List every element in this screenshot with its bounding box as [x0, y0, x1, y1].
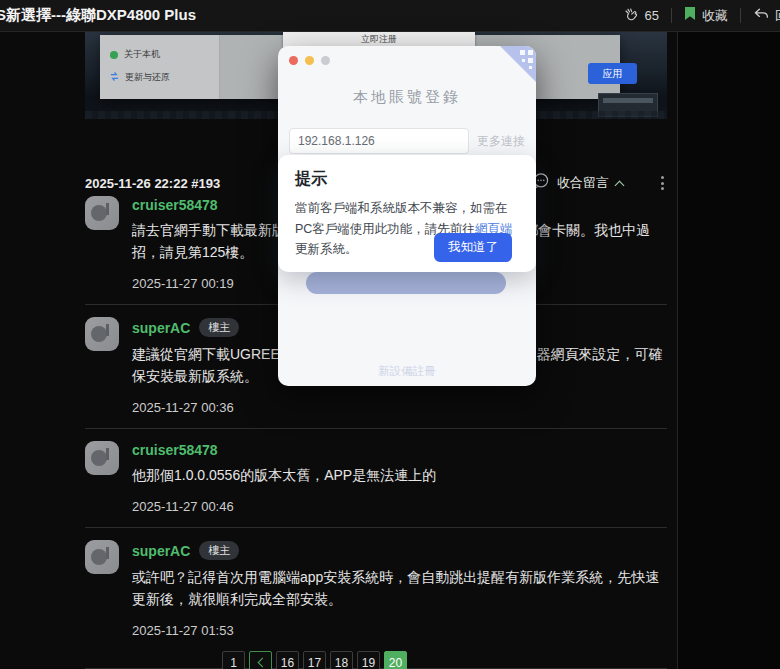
device-register-link[interactable]: 新設備註冊 [278, 364, 536, 379]
avatar[interactable] [85, 317, 119, 351]
avatar[interactable] [85, 196, 119, 230]
ip-row: 192.168.1.126 更多連接 [289, 128, 525, 154]
top-bar: S新選擇---綠聯DXP4800 Plus 65 收藏 [0, 0, 780, 32]
comment-timestamp: 2025-11-27 01:53 [132, 623, 667, 638]
comment-row: superAC 樓主 或許吧？記得首次用電腦端app安裝系統時，會自動跳出提醒有… [85, 540, 667, 669]
comment-timestamp: 2025-11-27 00:46 [132, 499, 667, 514]
comment-text: 他那個1.0.0.0556的版本太舊，APP是無法連上的 [132, 464, 667, 486]
clap-icon [623, 6, 639, 25]
right-rail [678, 32, 780, 669]
bookmark-button[interactable]: 收藏 [684, 7, 728, 25]
pagination-page-20-active[interactable]: 20 [384, 651, 407, 669]
comments-actions: 收合留言 [532, 172, 667, 194]
sidebar-item-label: 更新与还原 [125, 71, 170, 84]
content-divider-line [677, 32, 678, 669]
thread-title: S新選擇---綠聯DXP4800 Plus [0, 6, 623, 25]
window-controls [289, 56, 330, 65]
topbar-actions: 65 收藏 回 [623, 6, 780, 25]
comment-row: cruiser58478 他那個1.0.0.0556的版本太舊，APP是無法連上… [85, 441, 667, 528]
sidebar-item-update: 更新与还原 [100, 66, 219, 89]
more-connections-link[interactable]: 更多連接 [477, 133, 525, 150]
comment-username[interactable]: superAC [132, 543, 190, 559]
sidebar-item-about: 关于本机 [100, 43, 219, 66]
more-options-button[interactable] [658, 173, 667, 193]
reply-label: 回 [775, 7, 780, 25]
zoom-window-icon[interactable] [321, 56, 330, 65]
login-title: 本地賬號登錄 [278, 88, 536, 107]
qr-login-corner-icon[interactable] [500, 46, 536, 86]
chevron-left-icon [257, 658, 267, 668]
reply-icon [753, 7, 769, 24]
bookmark-label: 收藏 [702, 7, 728, 25]
comment-username[interactable]: superAC [132, 320, 190, 336]
alert-dialog: 提示 當前客戶端和系統版本不兼容，如需在PC客戶端使用此功能，請先前往網頁端更新… [278, 155, 536, 272]
comment-text: 或許吧？記得首次用電腦端app安裝系統時，會自動跳出提醒有新版作業系統，先快速更… [132, 566, 667, 610]
pagination-page-16[interactable]: 16 [276, 651, 299, 669]
post-timestamp: 2025-11-26 22:22 #193 [85, 176, 220, 191]
comment-username[interactable]: cruiser58478 [132, 197, 218, 213]
update-restore-icon [110, 72, 119, 83]
sidebar-item-label: 关于本机 [124, 48, 160, 61]
bookmark-icon [684, 7, 696, 24]
screenshot-sidebar: 关于本机 更新与还原 [100, 35, 220, 99]
pagination-page-1[interactable]: 1 [222, 651, 245, 669]
avatar[interactable] [85, 540, 119, 574]
register-now-bar: 立即注册 [283, 32, 475, 47]
comment-timestamp: 2025-11-27 00:36 [132, 400, 667, 415]
alert-confirm-button[interactable]: 我知道了 [434, 233, 512, 262]
avatar[interactable] [85, 441, 119, 475]
pagination-page-18[interactable]: 18 [330, 651, 353, 669]
apply-button: 应用 [588, 63, 637, 84]
pagination-prev-button[interactable] [249, 651, 272, 669]
about-icon [110, 51, 118, 59]
clap-count: 65 [645, 8, 659, 23]
login-button[interactable] [306, 272, 506, 294]
alert-text: 更新系統。 [295, 242, 358, 256]
topbar-divider [740, 8, 741, 23]
clap-button[interactable]: 65 [623, 6, 659, 25]
pagination-page-19[interactable]: 19 [357, 651, 380, 669]
topbar-divider [671, 8, 672, 23]
minimize-window-icon[interactable] [305, 56, 314, 65]
comment-username[interactable]: cruiser58478 [132, 442, 218, 458]
alert-title: 提示 [295, 169, 519, 190]
op-badge: 樓主 [199, 318, 239, 337]
forum-page: S新選擇---綠聯DXP4800 Plus 65 收藏 [0, 0, 780, 669]
pagination: 1 16 17 18 19 20 [222, 651, 407, 669]
op-badge: 樓主 [199, 541, 239, 560]
collapse-comments-button[interactable]: 收合留言 [557, 174, 609, 192]
close-window-icon[interactable] [289, 56, 298, 65]
pagination-page-17[interactable]: 17 [303, 651, 326, 669]
chevron-up-icon [615, 180, 625, 190]
ip-address-input[interactable]: 192.168.1.126 [289, 128, 469, 154]
reply-button[interactable]: 回 [753, 7, 780, 25]
